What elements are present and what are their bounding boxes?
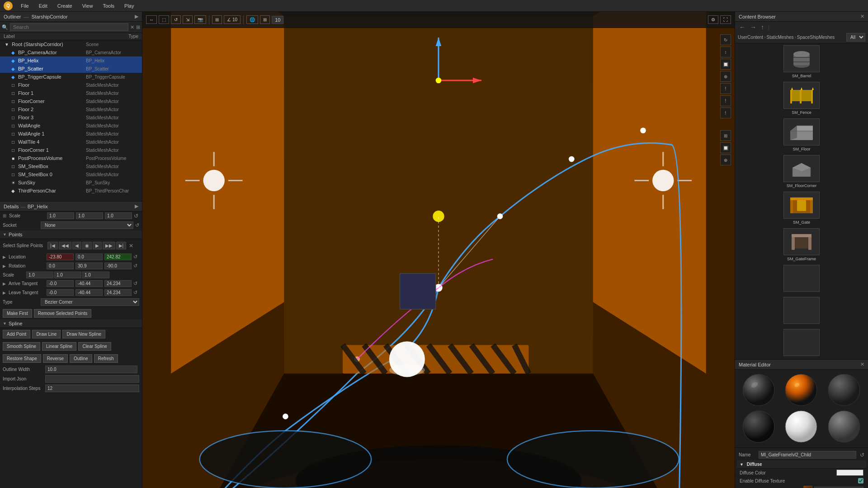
- scale2-z[interactable]: [82, 272, 109, 278]
- outliner-item-14[interactable]: ■ PostProcessVolume PostProcessVolume: [0, 154, 142, 162]
- rotation-y-input[interactable]: [75, 263, 103, 269]
- cb-item-fence[interactable]: SM_Fence: [735, 80, 868, 117]
- cb-item-barrel[interactable]: SM_Barrel: [735, 43, 868, 80]
- layout-btn[interactable]: ⊞: [260, 15, 270, 24]
- cb-forward-btn[interactable]: →: [749, 23, 758, 31]
- vp-maximize-btn[interactable]: ⛶: [720, 15, 731, 24]
- leave-y[interactable]: [75, 289, 103, 296]
- me-swatch-1[interactable]: [739, 373, 779, 407]
- leave-z[interactable]: [104, 289, 132, 296]
- outliner-expand-icon[interactable]: ▶: [135, 14, 138, 19]
- outliner-item-15[interactable]: □ SM_SteelBox StaticMeshActor: [0, 162, 142, 170]
- menu-file[interactable]: File: [16, 2, 33, 9]
- draw-line-button[interactable]: Draw Line: [32, 330, 61, 338]
- details-expand-icon[interactable]: ▶: [135, 203, 138, 209]
- outliner-item-16[interactable]: □ SM_SteelBox 0 StaticMeshActor: [0, 170, 142, 178]
- location-z-input[interactable]: [104, 253, 132, 260]
- me-enable-diffuse-checkbox[interactable]: [858, 478, 863, 483]
- sp-btn-prev[interactable]: ◀◀: [59, 242, 71, 249]
- vp-options-btn[interactable]: ⚙: [708, 15, 718, 24]
- interpolation-input[interactable]: [45, 385, 139, 392]
- cb-crumb-3[interactable]: SpaceShipMeshes: [797, 35, 835, 40]
- clear-search-icon[interactable]: ✕: [130, 24, 134, 30]
- scale-x-input[interactable]: [47, 212, 74, 219]
- filter-icon[interactable]: ⊞: [136, 24, 140, 30]
- scale-reset-icon[interactable]: ↺: [134, 213, 138, 219]
- outliner-item-6[interactable]: □ Floor 1 StaticMeshActor: [0, 89, 142, 97]
- me-swatch-3[interactable]: [824, 373, 864, 407]
- arrive-y[interactable]: [75, 280, 103, 287]
- vp-rtool-1[interactable]: ↻: [720, 34, 731, 45]
- cb-item-floor[interactable]: SM_Floor: [735, 117, 868, 153]
- vp-rtool-5[interactable]: !: [720, 83, 731, 94]
- vp-rtool-6[interactable]: !: [720, 95, 731, 106]
- location-x-input[interactable]: [47, 253, 74, 260]
- leave-reset-icon[interactable]: ↺: [133, 290, 137, 296]
- import-json-input[interactable]: [45, 375, 139, 383]
- translate-tool-btn[interactable]: ↔: [146, 15, 157, 24]
- sp-btn-first[interactable]: |◀: [47, 242, 58, 249]
- arrive-collapse-icon[interactable]: ▶: [3, 282, 6, 286]
- menu-view[interactable]: View: [78, 2, 98, 9]
- cb-crumb-2[interactable]: StaticMeshes: [766, 35, 793, 40]
- vp-rtool-7[interactable]: !: [720, 108, 731, 118]
- rotation-reset-icon[interactable]: ↺: [133, 263, 137, 269]
- search-input[interactable]: [10, 23, 128, 31]
- draw-new-spline-button[interactable]: Draw New Spline: [62, 330, 105, 338]
- me-name-reset[interactable]: ↺: [860, 452, 864, 458]
- arrive-x[interactable]: [47, 280, 74, 287]
- sp-btn-next2[interactable]: ▶▶: [103, 242, 115, 249]
- remove-selected-button[interactable]: Remove Selected Points: [34, 309, 92, 318]
- menu-tools[interactable]: Tools: [98, 2, 119, 9]
- refresh-button[interactable]: Refresh: [94, 354, 118, 363]
- select-tool-btn[interactable]: ⬚: [159, 15, 169, 24]
- cb-item-gate[interactable]: SM_Gate: [735, 190, 868, 226]
- location-reset-icon[interactable]: ↺: [133, 254, 137, 260]
- vp-rtool-8[interactable]: ⊞: [720, 130, 731, 141]
- cb-item-extra1[interactable]: [735, 263, 868, 295]
- vp-rtool-2[interactable]: ↕: [720, 47, 731, 57]
- points-section-header[interactable]: ▼ Points: [0, 230, 142, 239]
- cb-back-btn[interactable]: ←: [738, 23, 747, 31]
- me-swatch-white[interactable]: [782, 410, 822, 444]
- camera-tool-btn[interactable]: 📷: [194, 15, 206, 24]
- outliner-item-10[interactable]: □ WallAngle StaticMeshActor: [0, 122, 142, 130]
- cb-close-icon[interactable]: ✕: [860, 14, 864, 19]
- world-space-btn[interactable]: 🌐: [246, 15, 258, 24]
- cb-filter-dropdown[interactable]: All: [846, 33, 865, 42]
- cb-crumb-1[interactable]: UserContent: [738, 35, 763, 40]
- vp-rtool-3[interactable]: 🔲: [720, 59, 731, 70]
- outliner-item-1[interactable]: ◆ BP_CameraActor BP_CameraActor: [0, 48, 142, 56]
- grid-snap-btn[interactable]: ⊞: [212, 15, 222, 24]
- outliner-item-17[interactable]: ☀ SunSky BP_SunSky: [0, 178, 142, 187]
- cb-up-btn[interactable]: ↑: [760, 23, 765, 31]
- cb-item-floorcorner[interactable]: SM_FloorCorner: [735, 153, 868, 190]
- add-point-button[interactable]: Add Point: [3, 330, 30, 338]
- menu-edit[interactable]: Edit: [34, 2, 52, 9]
- me-diffuse-section[interactable]: ▼ Diffuse: [737, 460, 866, 469]
- sp-btn-last[interactable]: ▶|: [116, 242, 127, 249]
- vp-rtool-4[interactable]: ⊕: [720, 71, 731, 82]
- cb-item-extra3[interactable]: [735, 327, 868, 359]
- sp-btn-next[interactable]: ▶: [93, 242, 102, 249]
- sp-btn-prev2[interactable]: ◀: [72, 242, 81, 249]
- me-close-icon[interactable]: ✕: [860, 361, 864, 367]
- angle-snap-btn[interactable]: ∠ 10: [224, 15, 241, 24]
- outliner-item-18[interactable]: ◆ ThirdPersonChar BP_ThirdPersonChar: [0, 187, 142, 195]
- outliner-item-8[interactable]: □ Floor 2 StaticMeshActor: [0, 105, 142, 113]
- scale-z-input[interactable]: [105, 212, 132, 219]
- smooth-spline-button[interactable]: Smooth Spline: [3, 342, 40, 351]
- vp-rtool-10[interactable]: ⊕: [720, 155, 731, 165]
- arrive-reset-icon[interactable]: ↺: [133, 281, 137, 286]
- me-swatch-6[interactable]: [824, 410, 864, 444]
- me-diffuse-color-swatch[interactable]: [836, 469, 863, 476]
- sp-btn-all[interactable]: ◉: [82, 242, 92, 249]
- scale2-x[interactable]: [26, 272, 53, 278]
- socket-reset-icon[interactable]: ↺: [135, 222, 139, 228]
- leave-collapse-icon[interactable]: ▶: [3, 291, 6, 295]
- vp-rtool-9[interactable]: 🔲: [720, 142, 731, 153]
- leave-x[interactable]: [47, 289, 74, 296]
- scale-y-input[interactable]: [76, 212, 103, 219]
- me-name-input[interactable]: [759, 451, 856, 459]
- outliner-item-5[interactable]: □ Floor StaticMeshActor: [0, 81, 142, 89]
